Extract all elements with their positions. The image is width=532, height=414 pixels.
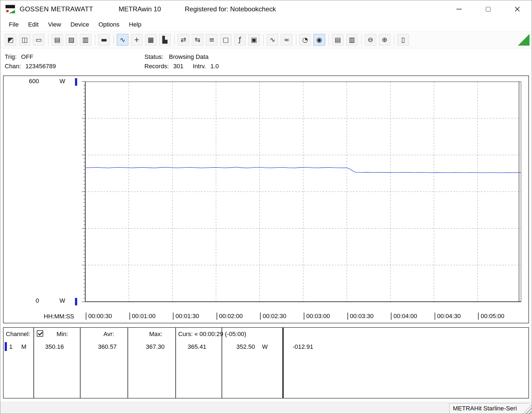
menu-item-device[interactable]: Device — [66, 19, 94, 30]
formula-button[interactable]: ƒ — [234, 34, 246, 46]
monitor-button[interactable]: ▢ — [220, 34, 232, 46]
maximize-button[interactable] — [474, 0, 503, 18]
stat-min-value: 350.16 — [38, 343, 71, 351]
cursor-delta-value: -012.91 — [286, 343, 320, 351]
status-value: Browsing Data — [169, 52, 209, 62]
app-logo-icon — [5, 5, 15, 14]
menu-item-help[interactable]: Help — [124, 19, 146, 30]
stats-table: Channel: Min: Avr: Max: Curs: « 00:00:29… — [3, 327, 529, 399]
window-controls — [445, 0, 532, 18]
channel-number: 1 — [9, 343, 12, 351]
x-tick-00:03:30: 00:03:30 — [347, 312, 374, 320]
x-tick-mark — [347, 313, 348, 320]
maximize-icon — [486, 7, 491, 12]
device-panel-button[interactable]: ▣ — [248, 34, 260, 46]
timeline-button[interactable]: ≡ — [206, 34, 217, 46]
chan-value: 123456789 — [25, 62, 56, 71]
x-tick-00:01:00: 00:01:00 — [129, 312, 156, 320]
logo-red-square — [6, 10, 9, 12]
x-tick-00:02:00: 00:02:00 — [217, 312, 243, 320]
print-button[interactable]: ▥ — [346, 34, 358, 46]
menu-item-file[interactable]: File — [4, 19, 23, 30]
interval-label: Intrv. — [193, 62, 206, 71]
menu-item-options[interactable]: Options — [94, 19, 124, 30]
x-axis-format-label: HH:MM:SS — [44, 313, 74, 320]
trigger-button[interactable]: ◉ — [313, 34, 325, 46]
x-tick-00:02:30: 00:02:30 — [260, 312, 286, 320]
x-tick-00:03:00: 00:03:00 — [304, 312, 330, 320]
data-transfer-button[interactable]: ⇄ — [178, 34, 189, 46]
x-tick-00:00:30: 00:00:30 — [86, 312, 112, 320]
cursor-header: Curs: « 00:00:29 (-05:00) — [178, 330, 246, 338]
table-view-button[interactable]: ▦ — [145, 34, 157, 46]
x-tick-mark — [217, 313, 217, 320]
minimize-button[interactable] — [445, 0, 474, 18]
channel-visible-checkbox[interactable] — [37, 330, 43, 337]
interval-value: 1.0 — [210, 62, 219, 71]
save-button[interactable]: ◩ — [5, 34, 16, 46]
menu-item-edit[interactable]: Edit — [23, 19, 43, 30]
store-settings-button[interactable]: ▥ — [80, 34, 91, 46]
clear-memory-button[interactable]: ▨ — [66, 34, 77, 46]
menu-item-view[interactable]: View — [43, 19, 66, 30]
channel-header: Channel: — [6, 330, 30, 338]
status-bar: METRAHit Starline-Seri — [0, 402, 532, 414]
close-button[interactable] — [503, 0, 532, 18]
read-device-memory-button[interactable]: ▤ — [51, 34, 63, 46]
print-preview-button[interactable]: ▤ — [332, 34, 344, 46]
toolbar-separator — [329, 34, 329, 45]
y-axis-max-label: 600 — [22, 78, 39, 85]
analog-wave-button[interactable]: ∿ — [267, 34, 278, 46]
y-axis-marker-bottom — [75, 298, 77, 305]
toolbar-resize-wedge — [518, 34, 530, 46]
plot-area[interactable] — [85, 82, 521, 302]
toolbar-separator — [95, 34, 95, 45]
app-title: METRAwin 10 — [119, 5, 161, 13]
cursor-a-value: 365.41 — [180, 343, 214, 351]
brand-title: GOSSEN METRAWATT — [20, 5, 93, 13]
y-axis-min-label: 0 — [22, 297, 39, 304]
cursor-b-value: 352.50 — [229, 343, 262, 351]
max-header: Max: — [139, 330, 172, 338]
x-tick-mark — [478, 313, 479, 320]
toolbar-separator — [394, 34, 394, 45]
upload-config-button[interactable]: ⇆ — [192, 34, 203, 46]
toolbar: ◩◫▭▤▨▥▬∿+▦▙⇄⇆≡▢ƒ▣∿≈◔◉▤▥⊖⊕▯ — [0, 31, 532, 48]
digital-wave-button[interactable]: ≈ — [281, 34, 292, 46]
x-tick-mark — [173, 313, 173, 320]
x-tick-mark — [435, 313, 435, 320]
close-icon — [515, 6, 520, 12]
y-axis-unit-bottom: W — [59, 297, 65, 304]
registered-label: Registered for: Notebookcheck — [185, 5, 276, 13]
save-data-button[interactable]: ◫ — [19, 34, 30, 46]
bar-chart-view-button[interactable]: ▙ — [159, 34, 171, 46]
x-tick-00:05:00: 00:05:00 — [478, 312, 504, 320]
app-window: GOSSEN METRAWATT METRAwin 10 Registered … — [0, 0, 532, 414]
info-bar: Trig: OFF Chan: 123456789 Status: Browsi… — [0, 49, 532, 74]
crosshair-cursors-button[interactable]: + — [131, 34, 142, 46]
toolbar-separator — [174, 34, 175, 45]
column-divider — [33, 328, 34, 398]
records-label: Records: — [144, 62, 169, 71]
y-axis-marker-top — [75, 78, 77, 86]
zoom-in-button[interactable]: ⊕ — [379, 34, 390, 46]
status-label: Status: — [144, 52, 163, 62]
zoom-out-button[interactable]: ⊖ — [365, 34, 376, 46]
min-header: Min: — [46, 330, 79, 338]
toolbar-separator — [113, 34, 114, 45]
titlebar: GOSSEN METRAWATT METRAwin 10 Registered … — [0, 0, 532, 18]
device-status-field: METRAHit Starline-Seri — [449, 403, 530, 413]
column-divider-thick — [282, 328, 284, 398]
line-chart-view-button[interactable]: ∿ — [117, 34, 128, 46]
open-file-button[interactable]: ▭ — [33, 34, 45, 46]
menu-bar: FileEditViewDeviceOptionsHelp — [0, 18, 532, 31]
trig-label: Trig: — [5, 52, 17, 62]
scaling-button[interactable]: ◔ — [299, 34, 311, 46]
channel-color-marker — [5, 342, 7, 351]
cursor-unit: W — [262, 343, 268, 351]
x-tick-mark — [129, 313, 130, 320]
x-tick-mark — [260, 313, 261, 320]
annotation-button[interactable]: ▯ — [397, 34, 409, 46]
multimeter-display-button[interactable]: ▬ — [98, 34, 110, 46]
channel-mode: M — [21, 343, 26, 351]
